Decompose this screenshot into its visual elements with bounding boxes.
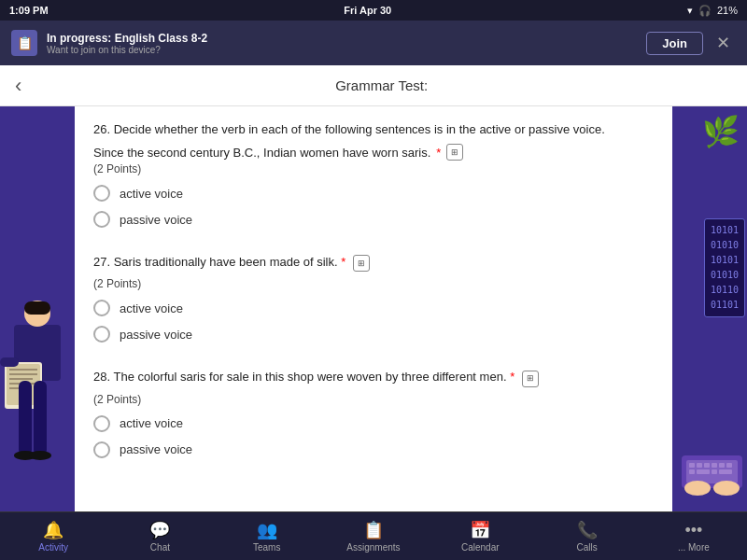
- calls-icon: 📞: [577, 520, 598, 540]
- svg-rect-17: [689, 463, 695, 468]
- sentence-26-text: Since the second century B.C., Indian wo…: [93, 146, 430, 160]
- bottom-navigation: 🔔 Activity 💬 Chat 👥 Teams 📋 Assignments …: [0, 511, 747, 560]
- more-icon: •••: [684, 521, 702, 540]
- option-label-28-active: active voice: [120, 416, 183, 430]
- svg-rect-19: [704, 463, 710, 468]
- option-27-passive[interactable]: passive voice: [93, 326, 654, 343]
- question-26-sentence: Since the second century B.C., Indian wo…: [93, 144, 654, 161]
- svg-rect-11: [34, 381, 47, 455]
- left-decoration: [0, 106, 75, 511]
- binary-decoration: 101010101010101010101011001101: [704, 218, 745, 317]
- calendar-icon: 📅: [470, 520, 490, 540]
- activity-label: Activity: [38, 542, 68, 553]
- svg-rect-21: [719, 463, 725, 468]
- status-date: Fri Apr 30: [344, 5, 391, 16]
- translate-icon-28[interactable]: ⊞: [522, 371, 539, 387]
- option-28-passive[interactable]: passive voice: [93, 441, 654, 458]
- meeting-icon: 📋: [11, 30, 37, 56]
- calls-label: Calls: [576, 542, 597, 553]
- question-28-points: (2 Points): [93, 393, 654, 406]
- main-area: 26. Decide whether the verb in each of t…: [0, 106, 747, 511]
- nav-chat[interactable]: 💬 Chat: [106, 516, 213, 556]
- question-26: 26. Decide whether the verb in each of t…: [93, 121, 654, 228]
- svg-point-13: [29, 451, 51, 460]
- question-26-points: (2 Points): [93, 162, 654, 175]
- nav-activity[interactable]: 🔔 Activity: [0, 516, 106, 556]
- nav-calls[interactable]: 📞 Calls: [533, 516, 640, 556]
- question-26-text: Decide whether the verb in each of the f…: [114, 122, 605, 136]
- notification-title: In progress: English Class 8-2: [47, 32, 207, 45]
- option-28-active[interactable]: active voice: [93, 415, 654, 432]
- svg-rect-22: [726, 463, 732, 468]
- question-27-number: 27.: [93, 255, 110, 269]
- translate-icon-26[interactable]: ⊞: [446, 144, 463, 161]
- nav-more[interactable]: ••• ... More: [641, 517, 747, 556]
- option-label-26-active: active voice: [120, 187, 183, 201]
- required-indicator-28: *: [510, 370, 514, 384]
- notification-subtitle: Want to join on this device?: [47, 45, 207, 55]
- status-bar: 1:09 PM Fri Apr 30 ▾ 🎧 21%: [0, 0, 747, 21]
- question-26-number: 26.: [93, 122, 110, 136]
- radio-26-passive[interactable]: [93, 211, 110, 228]
- svg-rect-14: [24, 301, 50, 315]
- option-label-27-passive: passive voice: [120, 328, 192, 342]
- notification-actions: Join ✕: [646, 31, 736, 55]
- svg-rect-9: [0, 357, 19, 367]
- nav-teams[interactable]: 👥 Teams: [214, 516, 320, 556]
- notification-text: In progress: English Class 8-2 Want to j…: [47, 32, 207, 55]
- svg-rect-10: [19, 381, 32, 455]
- svg-rect-20: [712, 463, 717, 468]
- right-person-illustration: [677, 399, 747, 511]
- svg-point-28: [713, 481, 740, 496]
- option-26-active[interactable]: active voice: [93, 185, 654, 202]
- assignments-label: Assignments: [346, 542, 400, 553]
- teams-label: Teams: [253, 542, 280, 553]
- wifi-icon: ▾: [687, 5, 693, 17]
- nav-calendar[interactable]: 📅 Calendar: [427, 516, 533, 556]
- teams-icon: 👥: [257, 520, 277, 540]
- close-button[interactable]: ✕: [711, 31, 736, 55]
- option-label-27-active: active voice: [120, 301, 183, 315]
- join-button[interactable]: Join: [646, 32, 703, 55]
- question-26-prompt: 26. Decide whether the verb in each of t…: [93, 121, 654, 138]
- svg-point-27: [684, 481, 711, 496]
- option-label-28-passive: passive voice: [120, 442, 192, 456]
- required-indicator-26: *: [436, 146, 441, 160]
- calendar-label: Calendar: [461, 542, 500, 553]
- question-28-text: The colorful saris for sale in this shop…: [113, 370, 506, 384]
- notification-info: 📋 In progress: English Class 8-2 Want to…: [11, 30, 207, 56]
- option-26-passive[interactable]: passive voice: [93, 211, 654, 228]
- status-icons: ▾ 🎧 21%: [687, 5, 738, 17]
- required-indicator-27: *: [341, 255, 345, 269]
- activity-icon: 🔔: [43, 520, 63, 540]
- question-28-prompt: 28. The colorful saris for sale in this …: [93, 369, 654, 386]
- nav-assignments[interactable]: 📋 Assignments: [320, 516, 427, 556]
- battery-label: 21%: [717, 5, 738, 16]
- svg-rect-24: [697, 469, 710, 474]
- question-27: 27. Saris traditionally have been made o…: [93, 254, 654, 343]
- chat-label: Chat: [150, 542, 170, 553]
- more-label: ... More: [678, 542, 710, 553]
- page-header: ‹ Grammar Test:: [0, 65, 747, 106]
- assignments-icon: 📋: [363, 520, 384, 540]
- option-label-26-passive: passive voice: [120, 213, 192, 227]
- radio-28-passive[interactable]: [93, 441, 110, 458]
- back-button[interactable]: ‹: [15, 74, 21, 98]
- question-28-number: 28.: [93, 370, 110, 384]
- left-person-illustration: [0, 250, 75, 511]
- svg-rect-26: [719, 469, 732, 474]
- page-title: Grammar Test:: [31, 77, 732, 93]
- radio-27-passive[interactable]: [93, 326, 110, 343]
- quiz-content: 26. Decide whether the verb in each of t…: [75, 106, 672, 511]
- svg-rect-23: [689, 469, 695, 474]
- option-27-active[interactable]: active voice: [93, 300, 654, 316]
- radio-26-active[interactable]: [93, 185, 110, 202]
- chat-icon: 💬: [149, 520, 170, 540]
- question-27-points: (2 Points): [93, 277, 654, 290]
- question-27-text: Saris traditionally have been made of si…: [114, 255, 338, 269]
- radio-27-active[interactable]: [93, 300, 110, 316]
- translate-icon-27[interactable]: ⊞: [353, 255, 370, 272]
- question-28: 28. The colorful saris for sale in this …: [93, 369, 654, 457]
- radio-28-active[interactable]: [93, 415, 110, 432]
- notification-bar: 📋 In progress: English Class 8-2 Want to…: [0, 21, 747, 65]
